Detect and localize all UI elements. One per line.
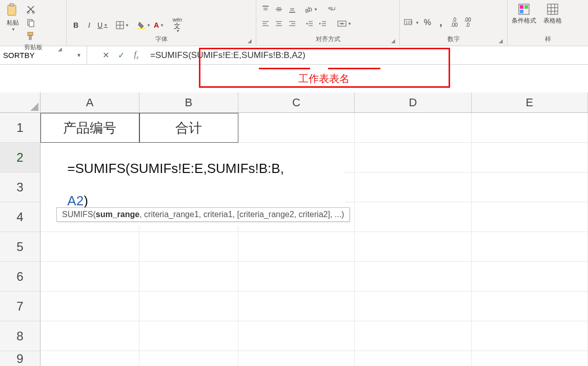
align-launcher-icon[interactable]: ◢ xyxy=(391,38,395,44)
italic-button[interactable]: I xyxy=(83,19,95,31)
cell-A6[interactable] xyxy=(40,262,139,292)
cell-B8[interactable] xyxy=(139,321,238,351)
cell-A7[interactable] xyxy=(40,292,139,321)
align-bottom-button[interactable] xyxy=(286,3,298,15)
col-header-B[interactable]: B xyxy=(139,92,238,112)
cell-C7[interactable] xyxy=(238,292,355,321)
cell-E8[interactable] xyxy=(472,321,588,351)
decrease-decimal-button[interactable]: .00.0 xyxy=(461,16,474,29)
comma-button[interactable]: , xyxy=(435,16,447,29)
cell-C6[interactable] xyxy=(238,262,355,292)
increase-indent-button[interactable] xyxy=(317,17,329,30)
cell-A1[interactable]: 产品编号 xyxy=(40,113,139,143)
cell-E6[interactable] xyxy=(472,262,588,292)
conditional-format-button[interactable]: 条件格式 xyxy=(511,3,537,25)
row-header-7[interactable]: 7 xyxy=(0,292,40,321)
cell-D9[interactable] xyxy=(355,351,471,366)
align-center-button[interactable] xyxy=(273,17,285,30)
borders-button[interactable]: ▼ xyxy=(115,19,130,31)
row-header-3[interactable]: 3 xyxy=(0,172,40,202)
cell-B7[interactable] xyxy=(139,292,238,321)
font-launcher-icon[interactable]: ◢ xyxy=(248,38,252,44)
cell-D3[interactable] xyxy=(355,172,471,202)
cell-B5[interactable] xyxy=(139,232,238,262)
underline-button[interactable]: U▼ xyxy=(96,19,109,31)
decrease-indent-button[interactable] xyxy=(303,17,316,30)
table-format-button[interactable]: 表格格 xyxy=(542,3,563,25)
enter-formula-button[interactable]: ✓ xyxy=(115,50,127,60)
cell-B1[interactable]: 合计 xyxy=(139,113,238,143)
cell-D7[interactable] xyxy=(355,292,471,321)
ribbon: 粘贴 ▼ 剪贴板 ◢ B I U▼ ▼ ▼ xyxy=(0,0,588,46)
row-header-8[interactable]: 8 xyxy=(0,321,40,351)
cell-E1[interactable] xyxy=(472,113,588,143)
cut-button[interactable] xyxy=(25,3,37,15)
cell-D2[interactable] xyxy=(355,143,471,172)
col-header-D[interactable]: D xyxy=(355,92,471,112)
group-align-label: 对齐方式 ◢ xyxy=(259,34,396,46)
svg-rect-5 xyxy=(29,21,34,27)
col-header-E[interactable]: E xyxy=(472,92,588,112)
group-align: ab▼ ab ▼ 对齐方式 ◢ xyxy=(256,0,400,46)
row-header-4[interactable]: 4 xyxy=(0,202,40,232)
cell-E9[interactable] xyxy=(472,351,588,366)
cell-D1[interactable] xyxy=(355,113,471,143)
svg-rect-42 xyxy=(520,5,523,9)
orientation-button[interactable]: ab▼ xyxy=(303,3,319,15)
cell-A8[interactable] xyxy=(40,321,139,351)
select-all-button[interactable] xyxy=(0,92,40,112)
merge-center-button[interactable]: ▼ xyxy=(336,17,353,30)
clipboard-launcher-icon[interactable]: ◢ xyxy=(58,46,62,52)
wrap-text-button[interactable]: ab xyxy=(326,3,338,15)
number-format-button[interactable]: 123▼ xyxy=(403,16,420,29)
copy-button[interactable] xyxy=(25,16,37,29)
cell-E7[interactable] xyxy=(472,292,588,321)
row-header-9[interactable]: 9 xyxy=(0,351,40,366)
group-styles-label: 样 xyxy=(511,34,585,46)
phonetic-button[interactable]: wén文▼ xyxy=(171,19,184,31)
cell-B6[interactable] xyxy=(139,262,238,292)
paste-button[interactable]: 粘贴 ▼ xyxy=(3,3,23,32)
cell-D4[interactable] xyxy=(355,202,471,232)
number-launcher-icon[interactable]: ◢ xyxy=(499,38,503,44)
increase-decimal-button[interactable]: .0.00 xyxy=(448,16,460,29)
row-header-6[interactable]: 6 xyxy=(0,262,40,292)
row-header-2[interactable]: 2 xyxy=(0,143,40,172)
annotation-label: 工作表表名 xyxy=(298,72,350,86)
align-right-button[interactable] xyxy=(286,17,298,30)
format-painter-button[interactable] xyxy=(25,30,37,42)
cancel-formula-button[interactable]: ✕ xyxy=(100,50,111,60)
group-clipboard: 粘贴 ▼ 剪贴板 ◢ xyxy=(0,0,67,46)
cell-E3[interactable] xyxy=(472,172,588,202)
cell-B9[interactable] xyxy=(139,351,238,366)
cell-D6[interactable] xyxy=(355,262,471,292)
col-header-A[interactable]: A xyxy=(40,92,139,112)
cell-A9[interactable] xyxy=(40,351,139,366)
cell-E5[interactable] xyxy=(472,232,588,262)
insert-function-button[interactable]: fx xyxy=(131,50,142,60)
align-middle-button[interactable] xyxy=(273,3,285,15)
cell-A5[interactable] xyxy=(40,232,139,262)
align-top-button[interactable] xyxy=(259,3,272,15)
bold-button[interactable]: B xyxy=(70,19,82,31)
font-color-button[interactable]: A▼ xyxy=(153,19,165,31)
cell-C5[interactable] xyxy=(238,232,355,262)
col-header-C[interactable]: C xyxy=(238,92,355,112)
cell-E4[interactable] xyxy=(472,202,588,232)
formula-input[interactable]: =SUMIFS(SUMIFs!E:E,SUMIFs!B:B,A2) xyxy=(146,46,588,64)
name-box-dropdown-icon[interactable]: ▼ xyxy=(74,52,84,58)
cell-C1[interactable] xyxy=(238,113,355,143)
percent-button[interactable]: % xyxy=(421,16,434,29)
paste-label: 粘贴 xyxy=(7,18,19,27)
cell-E2[interactable] xyxy=(472,143,588,172)
cell-D8[interactable] xyxy=(355,321,471,351)
fill-color-button[interactable]: ▼ xyxy=(136,19,152,31)
svg-text:ab: ab xyxy=(305,5,313,13)
row-header-5[interactable]: 5 xyxy=(0,232,40,262)
svg-rect-0 xyxy=(8,5,16,15)
row-header-1[interactable]: 1 xyxy=(0,113,40,143)
align-left-button[interactable] xyxy=(259,17,272,30)
cell-D5[interactable] xyxy=(355,232,471,262)
cell-C9[interactable] xyxy=(238,351,355,366)
cell-C8[interactable] xyxy=(238,321,355,351)
